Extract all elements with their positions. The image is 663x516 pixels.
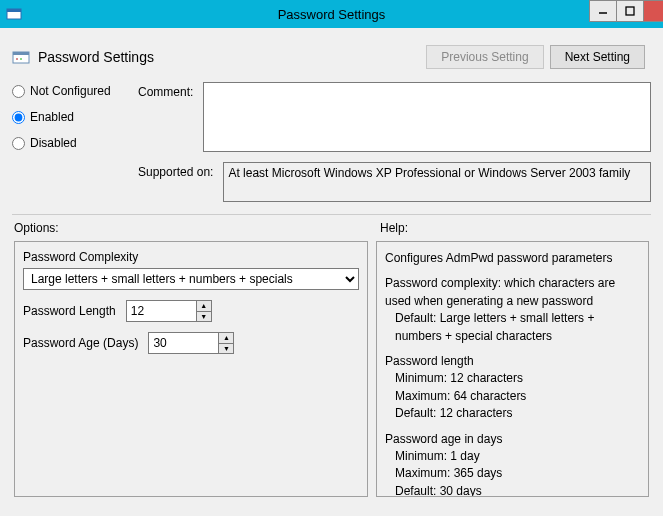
svg-rect-5 [13, 52, 29, 55]
help-pane: Configures AdmPwd password parameters Pa… [376, 241, 649, 497]
radio-label: Enabled [30, 110, 74, 124]
length-input[interactable] [126, 300, 196, 322]
svg-point-6 [16, 58, 18, 60]
comment-textarea[interactable] [203, 82, 651, 152]
radio-input-not-configured[interactable] [12, 85, 25, 98]
supported-on-text: At least Microsoft Windows XP Profession… [223, 162, 651, 202]
supported-on-label: Supported on: [138, 162, 213, 202]
help-text: Minimum: 1 day [385, 448, 640, 465]
length-up-button[interactable]: ▲ [197, 301, 211, 312]
radio-input-disabled[interactable] [12, 137, 25, 150]
age-up-button[interactable]: ▲ [219, 333, 233, 344]
close-button[interactable] [643, 0, 663, 22]
previous-setting-button: Previous Setting [426, 45, 543, 69]
age-down-button[interactable]: ▼ [219, 344, 233, 354]
length-spinner[interactable]: ▲ ▼ [126, 300, 212, 322]
svg-point-7 [20, 58, 22, 60]
age-input[interactable] [148, 332, 218, 354]
help-text: Maximum: 64 characters [385, 388, 640, 405]
complexity-select[interactable]: Large letters + small letters + numbers … [23, 268, 359, 290]
length-down-button[interactable]: ▼ [197, 312, 211, 322]
radio-enabled[interactable]: Enabled [12, 110, 138, 124]
help-text: Password age in days [385, 431, 640, 448]
svg-rect-3 [626, 7, 634, 15]
help-section-label: Help: [380, 221, 408, 235]
window-title: Password Settings [278, 7, 386, 22]
next-setting-button[interactable]: Next Setting [550, 45, 645, 69]
comment-label: Comment: [138, 82, 193, 162]
help-text: Password complexity: which characters ar… [385, 275, 640, 310]
radio-input-enabled[interactable] [12, 111, 25, 124]
page-title: Password Settings [38, 49, 154, 65]
help-text: Default: 12 characters [385, 405, 640, 422]
policy-icon [12, 48, 30, 66]
help-text: Default: Large letters + small letters +… [385, 310, 640, 345]
help-text: Default: 30 days [385, 483, 640, 497]
age-label: Password Age (Days) [23, 336, 138, 350]
length-label: Password Length [23, 304, 116, 318]
app-icon [6, 6, 22, 22]
minimize-button[interactable] [589, 0, 617, 22]
age-spinner[interactable]: ▲ ▼ [148, 332, 234, 354]
divider [12, 214, 651, 215]
options-section-label: Options: [12, 221, 380, 235]
options-pane: Password Complexity Large letters + smal… [14, 241, 368, 497]
complexity-label: Password Complexity [23, 250, 359, 264]
help-text: Password length [385, 353, 640, 370]
help-text: Minimum: 12 characters [385, 370, 640, 387]
radio-label: Not Configured [30, 84, 111, 98]
svg-rect-1 [7, 9, 21, 12]
radio-not-configured[interactable]: Not Configured [12, 84, 138, 98]
radio-label: Disabled [30, 136, 77, 150]
radio-disabled[interactable]: Disabled [12, 136, 138, 150]
window-controls [590, 0, 663, 22]
maximize-button[interactable] [616, 0, 644, 22]
help-text: Configures AdmPwd password parameters [385, 250, 640, 267]
title-bar: Password Settings [0, 0, 663, 28]
help-text: Maximum: 365 days [385, 465, 640, 482]
